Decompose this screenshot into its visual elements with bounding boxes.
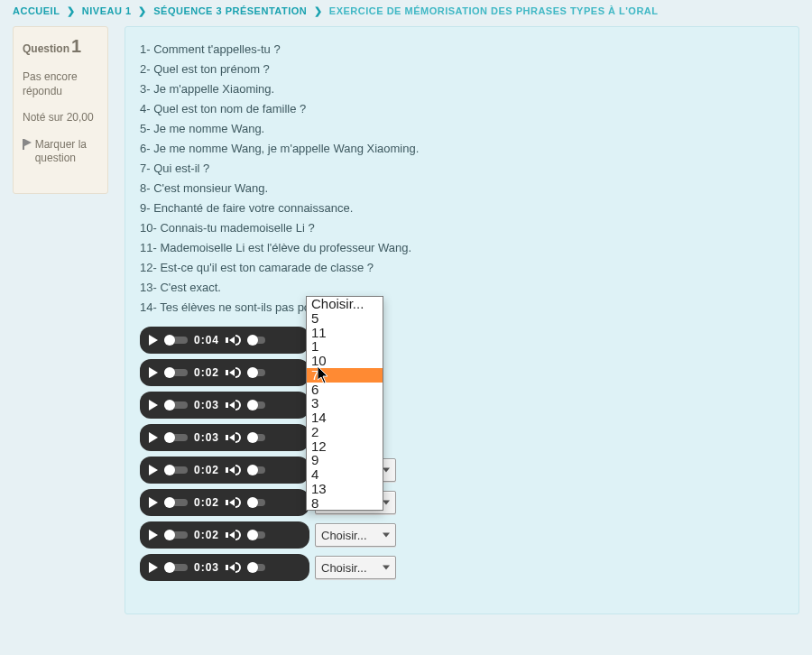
audio-player[interactable]: 0:04	[140, 327, 309, 354]
progress-slider[interactable]	[164, 369, 188, 376]
audio-row: 0:03	[140, 392, 784, 419]
volume-icon[interactable]	[226, 530, 241, 540]
progress-slider[interactable]	[164, 466, 188, 474]
chevron-down-icon	[383, 533, 390, 538]
answer-select[interactable]: Choisir...	[315, 556, 396, 579]
volume-icon[interactable]	[226, 367, 241, 378]
audio-row: 0:03Choisir...	[140, 554, 784, 581]
audio-player[interactable]: 0:02	[140, 359, 309, 386]
sentence-item: 9- Enchanté de faire votre connaissance.	[140, 201, 784, 215]
volume-slider[interactable]	[247, 369, 265, 376]
sentence-item: 3- Je m'appelle Xiaoming.	[140, 82, 784, 96]
audio-player[interactable]: 0:02	[140, 489, 309, 516]
dropdown-option[interactable]: 4	[307, 467, 383, 482]
dropdown-option[interactable]: 14	[307, 411, 383, 425]
chevron-down-icon	[383, 468, 390, 473]
play-icon[interactable]	[149, 367, 158, 378]
sentence-item: 8- C'est monsieur Wang.	[140, 181, 784, 195]
volume-slider[interactable]	[247, 564, 265, 571]
dropdown-option[interactable]: 10	[307, 354, 383, 368]
dropdown-option[interactable]: 5	[307, 311, 383, 326]
answer-select[interactable]: Choisir...	[315, 523, 396, 547]
dropdown-option[interactable]: 9	[307, 453, 383, 467]
question-score: Noté sur 20,00	[23, 111, 98, 125]
play-icon[interactable]	[149, 562, 158, 573]
chevron-right-icon: ❯	[67, 5, 76, 17]
dropdown-option[interactable]: 1	[307, 339, 383, 354]
sentence-item: 10- Connais-tu mademoiselle Li ?	[140, 221, 784, 235]
play-icon[interactable]	[149, 335, 158, 346]
question-status: Pas encore répondu	[23, 70, 98, 98]
time-display: 0:03	[194, 399, 219, 411]
dropdown-option[interactable]: 6	[307, 383, 383, 397]
dropdown-option[interactable]: 12	[307, 439, 383, 454]
chevron-right-icon: ❯	[138, 5, 147, 17]
volume-slider[interactable]	[247, 466, 265, 474]
dropdown-option[interactable]: 13	[307, 482, 383, 496]
exercise-panel: 1- Comment t'appelles-tu ? 2- Quel est t…	[125, 26, 799, 614]
audio-player[interactable]: 0:03	[140, 424, 309, 451]
sentence-item: 12- Est-ce qu'il est ton camarade de cla…	[140, 261, 784, 274]
time-display: 0:03	[194, 431, 219, 444]
sentence-item: 1- Comment t'appelles-tu ?	[140, 42, 784, 56]
progress-slider[interactable]	[164, 499, 188, 506]
volume-icon[interactable]	[226, 465, 241, 475]
audio-player[interactable]: 0:02	[140, 521, 309, 549]
flag-question-label: Marquer la question	[35, 138, 98, 166]
dropdown-option[interactable]: 2	[307, 425, 383, 439]
sentence-item: 7- Qui est-il ?	[140, 161, 784, 175]
flag-question-button[interactable]: Marquer la question	[23, 138, 98, 166]
sentence-item: 2- Quel est ton prénom ?	[140, 62, 784, 76]
dropdown-option[interactable]: Choisir...	[307, 297, 383, 311]
dropdown-option[interactable]: 7	[307, 368, 383, 383]
breadcrumb-level[interactable]: NIVEAU 1	[82, 5, 132, 16]
time-display: 0:02	[194, 464, 219, 476]
breadcrumb-home[interactable]: ACCUEIL	[13, 5, 60, 16]
question-number: 1	[71, 36, 81, 56]
breadcrumb: ACCUEIL ❯ NIVEAU 1 ❯ SÉQUENCE 3 PRÉSENTA…	[0, 0, 812, 26]
play-icon[interactable]	[149, 432, 158, 443]
audio-player[interactable]: 0:03	[140, 554, 309, 581]
volume-slider[interactable]	[247, 401, 265, 409]
volume-icon[interactable]	[226, 432, 241, 443]
chevron-down-icon	[383, 501, 390, 505]
volume-slider[interactable]	[247, 499, 265, 506]
sentence-item: 11- Mademoiselle Li est l'élève du profe…	[140, 241, 784, 254]
audio-player[interactable]: 0:03	[140, 392, 309, 419]
answer-dropdown-open[interactable]: Choisir...5111107631421294138	[306, 296, 383, 511]
dropdown-option[interactable]: 8	[307, 496, 383, 511]
audio-row: 0:04	[140, 327, 784, 354]
play-icon[interactable]	[149, 530, 158, 540]
audio-row: 0:02Choisir...	[140, 457, 784, 484]
volume-icon[interactable]	[226, 335, 241, 346]
breadcrumb-current: EXERCICE DE MÉMORISATION DES PHRASES TYP…	[329, 5, 659, 16]
progress-slider[interactable]	[164, 531, 188, 539]
flag-icon	[23, 139, 31, 150]
progress-slider[interactable]	[164, 337, 188, 344]
play-icon[interactable]	[149, 400, 158, 411]
audio-row: 0:02	[140, 359, 784, 386]
chevron-down-icon	[383, 566, 390, 570]
volume-slider[interactable]	[247, 531, 265, 539]
audio-player[interactable]: 0:02	[140, 457, 309, 484]
volume-slider[interactable]	[247, 434, 265, 441]
time-display: 0:02	[194, 496, 219, 509]
volume-icon[interactable]	[226, 400, 241, 411]
volume-icon[interactable]	[226, 497, 241, 508]
volume-slider[interactable]	[247, 337, 265, 344]
progress-slider[interactable]	[164, 434, 188, 441]
time-display: 0:03	[194, 561, 219, 574]
progress-slider[interactable]	[164, 564, 188, 571]
play-icon[interactable]	[149, 497, 158, 508]
time-display: 0:04	[194, 334, 219, 346]
breadcrumb-sequence[interactable]: SÉQUENCE 3 PRÉSENTATION	[153, 5, 307, 16]
audio-row: 0:02Choisir...	[140, 489, 784, 516]
dropdown-option[interactable]: 3	[307, 396, 383, 411]
progress-slider[interactable]	[164, 401, 188, 409]
select-value: Choisir...	[321, 561, 367, 575]
chevron-right-icon: ❯	[314, 5, 323, 17]
audio-row: 0:03	[140, 424, 784, 451]
play-icon[interactable]	[149, 465, 158, 475]
volume-icon[interactable]	[226, 562, 241, 573]
dropdown-option[interactable]: 11	[307, 326, 383, 340]
